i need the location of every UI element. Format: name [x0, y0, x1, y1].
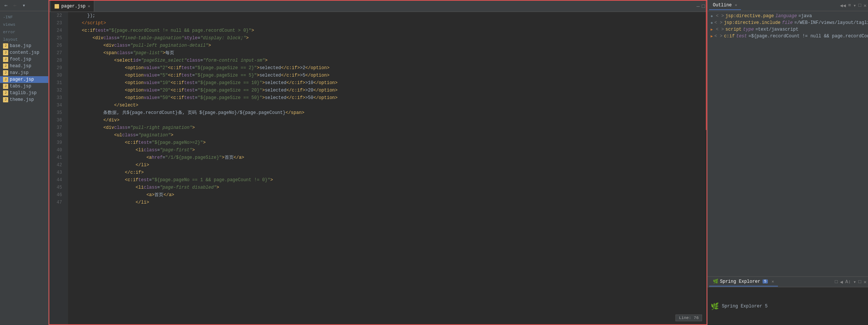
spring-icon-dropdown[interactable]: ▾ — [853, 279, 856, 285]
line-indicator: Line: 76 — [675, 315, 702, 321]
tab-label: pager.jsp — [61, 4, 86, 9]
outline-tab-bar: Outline ✕ ◀◀ ≡ ▾ □ ✕ — [708, 0, 868, 11]
spring-explorer-tab[interactable]: 🌿 Spring Explorer 5 ✕ — [709, 277, 778, 287]
outline-arrow: ◆ — [711, 21, 713, 25]
code-line-43: </c:if> — [71, 169, 707, 176]
spring-icon-restore[interactable]: □ — [835, 279, 838, 285]
editor-minimize-btn[interactable]: — — [696, 3, 699, 9]
spring-explorer-label: Spring Explorer — [720, 279, 760, 284]
file-label: theme.jsp — [10, 97, 34, 102]
outline-arrow: ▶ — [711, 27, 714, 32]
spring-tab-bar: 🌿 Spring Explorer 5 ✕ □ ◀ A↕ ▾ □ ✕ — [708, 277, 868, 287]
code-line-27: <span class="page-list">每页 — [71, 49, 707, 57]
spring-leaf-icon-small: 🌿 — [713, 279, 718, 284]
section-label-inf: -INF — [0, 13, 48, 20]
line-numbers: 22 23 24 25 26 27 28 29 30 31 32 33 34 3… — [49, 12, 68, 324]
nav-forward-icon[interactable]: ⇐ — [11, 2, 19, 9]
outline-tab-label: Outline — [713, 3, 732, 8]
outline-attr-eq: =java — [798, 13, 812, 19]
code-line-38: <ul class="pagination"> — [71, 131, 707, 139]
outline-attr-val: =text/javascript — [755, 27, 798, 32]
code-line-37: <div class="pull-right pagination"> — [71, 124, 707, 131]
code-line-39: <c:if test="${page.pageNo>=2}"> — [71, 139, 707, 146]
file-base-jsp[interactable]: J base.jsp — [0, 43, 48, 49]
spring-icon-close[interactable]: ✕ — [864, 279, 867, 285]
outline-bracket: < > — [716, 13, 724, 19]
outline-icon-back[interactable]: ◀◀ — [840, 3, 846, 9]
spring-leaf-icon: 🌿 — [711, 302, 719, 310]
code-line-46: <a>首页</a> — [71, 191, 707, 199]
file-icon: J — [3, 50, 8, 55]
outline-attr: type — [743, 27, 754, 32]
editor-area: pager.jsp ✕ — □ 22 23 24 25 26 27 28 29 … — [49, 0, 707, 325]
outline-item-directive-include[interactable]: ◆ < > jsp:directive.include file =/WEB-I… — [708, 19, 868, 26]
file-icon: J — [3, 70, 8, 75]
code-line-35: 条数据, 共${page.recordCount}条, 页码 ${page.pa… — [71, 109, 707, 117]
outline-arrow: ▶ — [711, 34, 713, 38]
code-line-34: </select> — [71, 102, 707, 109]
right-panel: Outline ✕ ◀◀ ≡ ▾ □ ✕ ◆ < > jsp:directive… — [707, 0, 868, 325]
code-line-28: <select id="pageSize_select" class="form… — [71, 57, 707, 64]
code-line-23: </script> — [71, 19, 707, 27]
file-icon: J — [3, 84, 8, 89]
outline-icon-close[interactable]: ✕ — [864, 3, 867, 9]
file-icon: J — [3, 43, 8, 49]
code-editor[interactable]: 22 23 24 25 26 27 28 29 30 31 32 33 34 3… — [49, 12, 707, 324]
code-line-44: <c:if test="${page.pageNo == 1 && page.p… — [71, 176, 707, 184]
outline-icon-dropdown[interactable]: ▾ — [853, 3, 856, 9]
section-label-layout: layout — [0, 35, 48, 43]
code-line-25: <div class="fixed-table-pagination" styl… — [71, 34, 707, 42]
code-line-36: </div> — [71, 117, 707, 124]
outline-item-script[interactable]: ▶ < > script type =text/javascript — [708, 26, 868, 33]
spring-version-badge: 5 — [763, 279, 768, 284]
section-label-views: views — [0, 20, 48, 28]
file-icon: J — [3, 77, 8, 82]
spring-tab-close[interactable]: ✕ — [772, 279, 774, 284]
outline-tab-close[interactable]: ✕ — [735, 3, 737, 7]
file-label: base.jsp — [10, 43, 31, 49]
spring-win-controls: □ ◀ A↕ ▾ □ ✕ — [835, 279, 867, 285]
outline-attr: test — [736, 34, 747, 39]
editor-maximize-btn[interactable]: □ — [702, 3, 705, 9]
code-line-40: <li class="page-first"> — [71, 146, 707, 154]
spring-icon-back[interactable]: ◀ — [840, 279, 843, 285]
outline-bracket: < > — [714, 34, 723, 39]
editor-tab-pager[interactable]: pager.jsp ✕ — [51, 1, 94, 12]
sidebar-tree: -INF views error layout J base.jsp J con… — [0, 11, 48, 325]
outline-item-directive-page[interactable]: ◆ < > jsp:directive.page language =java — [708, 13, 868, 19]
outline-attr: file — [782, 20, 793, 25]
file-label: content.jsp — [10, 50, 39, 55]
file-tabs-jsp[interactable]: J tabs.jsp — [0, 83, 48, 90]
sidebar-dropdown-icon[interactable]: ▾ — [20, 2, 28, 9]
spring-icon-max[interactable]: □ — [858, 279, 861, 285]
tab-close-icon[interactable]: ✕ — [88, 4, 90, 9]
file-icon: J — [3, 57, 8, 62]
spring-icon-sort[interactable]: A↕ — [845, 279, 851, 285]
outline-tab[interactable]: Outline ✕ — [709, 1, 741, 10]
file-head-jsp[interactable]: J head.jsp — [0, 63, 48, 69]
file-foot-jsp[interactable]: J foot.jsp — [0, 56, 48, 63]
nav-back-icon[interactable]: ⇐ — [2, 2, 10, 9]
outline-icon-restore[interactable]: □ — [858, 3, 861, 8]
file-label: foot.jsp — [10, 57, 31, 62]
file-label: taglib.jsp — [10, 90, 37, 96]
code-line-22: }); — [71, 12, 707, 19]
outline-item-cif[interactable]: ▶ < > c:if test =${page.recordCount != n… — [708, 33, 868, 40]
section-label-error: error — [0, 28, 48, 35]
outline-tag-name: script — [726, 27, 742, 32]
file-taglib-jsp[interactable]: J taglib.jsp — [0, 90, 48, 96]
outline-icon-list[interactable]: ≡ — [848, 3, 851, 8]
file-icon: J — [3, 97, 8, 102]
file-nav-jsp[interactable]: J nav.jsp — [0, 69, 48, 76]
outline-tag-name: c:if — [724, 34, 735, 39]
code-line-31: <option value="10" <c:if test="${page.pa… — [71, 79, 707, 87]
file-theme-jsp[interactable]: J theme.jsp — [0, 96, 48, 103]
spring-explorer-version-label: Spring Explorer 5 — [722, 304, 767, 309]
file-pager-jsp[interactable]: J pager.jsp — [0, 76, 48, 83]
tab-file-icon — [55, 4, 59, 9]
code-content[interactable]: }); </script> <c:if test="${page.recordC… — [68, 12, 707, 324]
outline-tag-name: jsp:directive.page — [726, 13, 774, 19]
file-label: tabs.jsp — [10, 84, 31, 89]
code-line-30: <option value="5" <c:if test="${page.pag… — [71, 72, 707, 79]
file-content-jsp[interactable]: J content.jsp — [0, 49, 48, 56]
